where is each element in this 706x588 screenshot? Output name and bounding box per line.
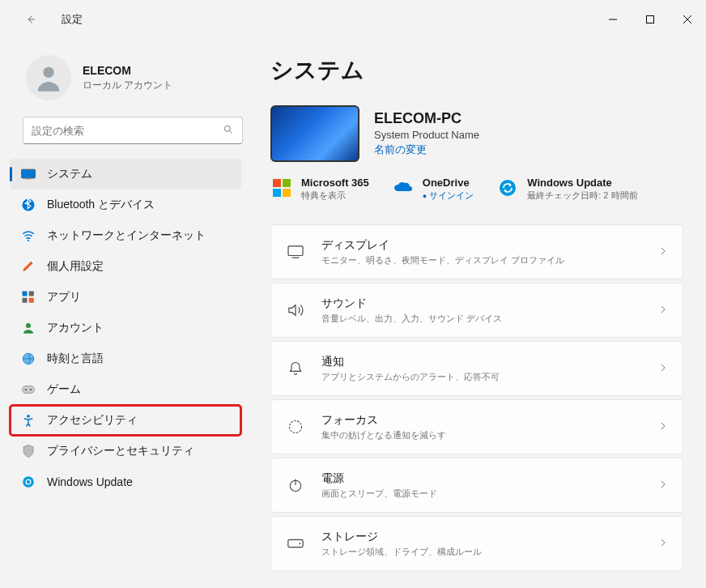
status-windows-update[interactable]: Windows Update 最終チェック日時: 2 時間前 <box>496 177 637 202</box>
chevron-right-icon <box>658 304 668 317</box>
svg-rect-12 <box>29 292 34 296</box>
power-icon <box>286 477 305 493</box>
sidebar-item-label: 個人用設定 <box>47 259 104 274</box>
gamepad-icon <box>21 382 36 397</box>
svg-rect-11 <box>23 292 28 296</box>
svg-point-10 <box>28 240 29 241</box>
svg-rect-14 <box>29 298 34 303</box>
page-title: システム <box>270 55 683 86</box>
sidebar-item-bluetooth[interactable]: Bluetooth とデバイス <box>10 190 241 220</box>
rename-pc-link[interactable]: 名前の変更 <box>374 143 479 157</box>
sidebar-item-apps[interactable]: アプリ <box>10 282 241 313</box>
sidebar-item-label: Windows Update <box>47 475 133 488</box>
back-button[interactable] <box>16 5 45 34</box>
shield-icon <box>21 444 36 458</box>
sidebar-item-accessibility[interactable]: アクセシビリティ <box>10 405 241 436</box>
status-sub: 特典を表示 <box>301 190 369 202</box>
sidebar-item-privacy[interactable]: プライバシーとセキュリティ <box>10 436 241 467</box>
card-notifications[interactable]: 通知 アプリとシステムからのアラート、応答不可 <box>270 341 683 396</box>
apps-icon <box>21 290 36 305</box>
user-sub: ローカル アカウント <box>83 79 172 92</box>
svg-rect-23 <box>288 246 303 256</box>
card-sub: ストレージ領域、ドライブ、構成ルール <box>321 546 658 558</box>
card-title: ストレージ <box>321 530 658 544</box>
onedrive-icon <box>392 177 415 199</box>
svg-point-4 <box>43 67 53 78</box>
sidebar-item-gaming[interactable]: ゲーム <box>10 374 241 405</box>
sidebar-item-accounts[interactable]: アカウント <box>10 313 241 343</box>
status-m365[interactable]: Microsoft 365 特典を表示 <box>270 177 369 202</box>
svg-rect-8 <box>25 178 31 180</box>
accessibility-icon <box>21 413 36 428</box>
svg-point-25 <box>290 421 302 433</box>
card-focus[interactable]: フォーカス 集中の妨げとなる通知を減らす <box>270 399 683 454</box>
sidebar-item-label: アクセシビリティ <box>47 413 138 428</box>
sidebar-item-label: ゲーム <box>47 382 81 397</box>
sidebar-item-time-language[interactable]: 時刻と言語 <box>10 343 241 374</box>
status-sub: ●サインイン <box>423 190 474 202</box>
focus-icon <box>286 419 305 435</box>
search-input[interactable] <box>32 125 223 137</box>
minimize-button[interactable] <box>594 6 632 32</box>
close-button[interactable] <box>669 6 706 32</box>
system-icon <box>21 167 36 181</box>
card-display[interactable]: ディスプレイ モニター、明るさ、夜間モード、ディスプレイ プロファイル <box>270 224 683 279</box>
update-icon <box>21 475 36 489</box>
sidebar-item-system[interactable]: システム <box>10 159 241 190</box>
settings-cards: ディスプレイ モニター、明るさ、夜間モード、ディスプレイ プロファイル サウンド… <box>270 224 683 571</box>
clock-globe-icon <box>21 352 36 366</box>
maximize-button[interactable] <box>632 6 669 32</box>
svg-point-5 <box>224 126 230 131</box>
card-sub: 集中の妨げとなる通知を減らす <box>321 429 658 441</box>
svg-point-20 <box>27 415 30 418</box>
chevron-right-icon <box>658 537 668 550</box>
close-icon <box>683 15 691 23</box>
storage-icon <box>286 538 305 549</box>
wifi-icon <box>21 228 36 243</box>
card-sub: モニター、明るさ、夜間モード、ディスプレイ プロファイル <box>321 254 658 266</box>
card-power[interactable]: 電源 画面とスリープ、電源モード <box>270 458 683 513</box>
microsoft-365-icon <box>270 177 293 199</box>
status-title: OneDrive <box>423 177 474 189</box>
svg-rect-7 <box>21 169 35 178</box>
svg-point-19 <box>30 389 32 390</box>
svg-point-29 <box>300 543 301 544</box>
card-sub: 音量レベル、出力、入力、サウンド デバイス <box>321 313 658 325</box>
status-sub: 最終チェック日時: 2 時間前 <box>527 190 637 202</box>
status-onedrive[interactable]: OneDrive ●サインイン <box>392 177 474 202</box>
user-block[interactable]: ELECOM ローカル アカウント <box>0 49 251 117</box>
content: システム ELECOM-PC System Product Name 名前の変更… <box>251 39 706 588</box>
account-icon <box>21 321 36 335</box>
sidebar-item-personalization[interactable]: 個人用設定 <box>10 251 241 282</box>
bluetooth-icon <box>21 198 36 212</box>
sidebar: ELECOM ローカル アカウント システム Bluetooth とデバイス <box>0 39 251 588</box>
chevron-right-icon <box>658 245 668 258</box>
sound-icon <box>286 303 305 317</box>
minimize-icon <box>609 15 617 23</box>
svg-point-21 <box>23 476 34 488</box>
search-box[interactable] <box>23 117 243 144</box>
chevron-right-icon <box>658 479 668 492</box>
sidebar-item-network[interactable]: ネットワークとインターネット <box>10 220 241 251</box>
card-sub: アプリとシステムからのアラート、応答不可 <box>321 371 658 383</box>
sidebar-item-label: アカウント <box>47 321 104 335</box>
sidebar-item-label: プライバシーとセキュリティ <box>47 444 194 458</box>
sidebar-item-windows-update[interactable]: Windows Update <box>10 467 241 497</box>
card-storage[interactable]: ストレージ ストレージ領域、ドライブ、構成ルール <box>270 516 683 571</box>
sidebar-item-label: ネットワークとインターネット <box>47 228 206 243</box>
pc-name: ELECOM-PC <box>374 110 479 127</box>
titlebar: 設定 <box>0 0 706 39</box>
card-sub: 画面とスリープ、電源モード <box>321 488 658 500</box>
arrow-left-icon <box>25 14 36 25</box>
card-title: 電源 <box>321 471 658 486</box>
chevron-right-icon <box>658 362 668 375</box>
card-sound[interactable]: サウンド 音量レベル、出力、入力、サウンド デバイス <box>270 283 683 338</box>
user-name: ELECOM <box>83 64 172 77</box>
search-icon <box>223 124 234 138</box>
card-title: 通知 <box>321 355 658 369</box>
pc-thumbnail <box>270 105 359 162</box>
card-title: ディスプレイ <box>321 238 658 253</box>
maximize-icon <box>646 15 654 23</box>
svg-point-18 <box>25 389 27 390</box>
card-title: フォーカス <box>321 413 658 428</box>
